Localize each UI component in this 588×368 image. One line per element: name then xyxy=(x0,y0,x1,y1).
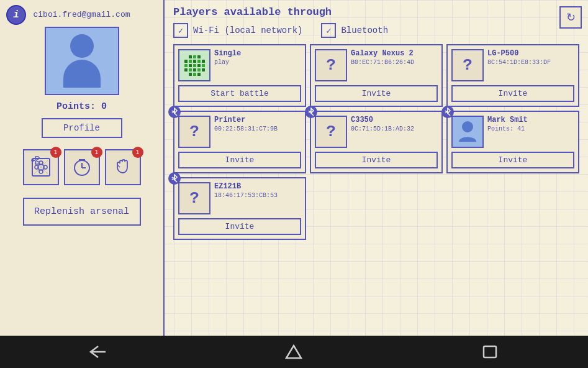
left-panel: i ciboi.fred@gmail.com Points: 0 Profile… xyxy=(0,0,165,336)
replenish-button[interactable]: Replenish arsenal xyxy=(23,198,141,226)
bluetooth-badge xyxy=(441,106,454,118)
svg-rect-23 xyxy=(202,64,205,67)
wifi-checkbox[interactable]: ✓ xyxy=(173,23,188,38)
player-mac: 00:22:58:31:C7:9B xyxy=(214,126,278,132)
svg-rect-28 xyxy=(202,68,205,71)
back-button[interactable] xyxy=(79,339,117,364)
home-button[interactable] xyxy=(275,339,312,364)
avatar-body xyxy=(63,60,101,88)
bluetooth-badge xyxy=(305,106,317,118)
brain-thumb xyxy=(178,49,210,81)
timer-icon xyxy=(70,155,94,179)
player-mac: B0:EC:71:B6:26:4D xyxy=(351,59,414,66)
svg-rect-19 xyxy=(184,64,188,67)
bluetooth-badge xyxy=(168,172,181,185)
profile-button[interactable]: Profile xyxy=(42,118,122,138)
svg-rect-26 xyxy=(193,68,196,71)
hand-icon xyxy=(111,155,135,179)
invite-button[interactable]: Invite xyxy=(178,218,301,235)
avatar-head xyxy=(70,34,94,58)
svg-rect-13 xyxy=(197,55,201,58)
question-thumb: ? xyxy=(178,116,210,148)
svg-rect-30 xyxy=(193,73,196,76)
svg-rect-18 xyxy=(202,60,205,63)
puzzle-icon xyxy=(29,155,53,179)
bluetooth-badge xyxy=(168,106,181,118)
player-card: ?LG-P5008C:54:1D:E8:33:DFInvite xyxy=(446,44,579,107)
player-name: LG-P500 xyxy=(487,49,551,58)
bluetooth-label: Bluetooth xyxy=(341,25,388,35)
svg-rect-16 xyxy=(193,60,196,63)
icon-puzzle[interactable]: 1 xyxy=(23,149,59,185)
question-thumb: ? xyxy=(315,49,347,81)
badge-2: 1 xyxy=(91,147,102,158)
icon-hand[interactable]: 1 xyxy=(105,149,141,185)
points-label: Points: 0 xyxy=(57,101,107,112)
player-card: ?Printer00:22:58:31:C7:9BInvite xyxy=(173,111,306,173)
player-name: C3350 xyxy=(351,116,414,124)
invite-button[interactable]: Invite xyxy=(315,152,438,168)
right-panel: ↻ Players available through ✓ Wi-Fi (loc… xyxy=(165,0,588,336)
svg-rect-14 xyxy=(184,60,188,63)
svg-point-32 xyxy=(462,121,473,132)
invite-button[interactable]: Invite xyxy=(178,152,301,168)
svg-rect-21 xyxy=(193,64,196,67)
question-thumb: ? xyxy=(315,116,347,148)
player-mac: 8C:54:1D:E8:33:DF xyxy=(487,59,551,66)
svg-rect-35 xyxy=(484,346,496,357)
start-battle-button[interactable]: Start battle xyxy=(178,85,301,102)
svg-rect-20 xyxy=(189,64,192,67)
bottom-nav xyxy=(0,336,588,368)
svg-rect-25 xyxy=(189,68,192,71)
player-name: Galaxy Nexus 2 xyxy=(351,49,414,58)
player-name: Single xyxy=(214,49,241,58)
player-name: Mark Smit xyxy=(487,116,528,124)
player-card: ?Galaxy Nexus 2B0:EC:71:B6:26:4DInvite xyxy=(310,44,443,107)
player-subtitle: play xyxy=(214,59,241,66)
svg-rect-24 xyxy=(184,68,188,71)
svg-rect-27 xyxy=(197,68,201,71)
player-subtitle: Points: 41 xyxy=(487,126,528,132)
email-label: ciboi.fred@gmail.com xyxy=(33,10,130,19)
icon-timer[interactable]: 1 xyxy=(64,149,100,185)
info-icon[interactable]: i xyxy=(6,5,26,25)
home-icon xyxy=(285,344,302,359)
connection-row: ✓ Wi-Fi (local network) ✓ Bluetooth xyxy=(173,23,579,38)
avatar xyxy=(45,27,119,95)
player-name: Printer xyxy=(214,116,278,124)
recent-icon xyxy=(482,344,498,359)
icons-row: 1 1 xyxy=(23,149,141,185)
players-grid: SingleplayStart battle?Galaxy Nexus 2B0:… xyxy=(173,44,579,240)
player-mac: 0C:71:5D:1B:AD:32 xyxy=(351,126,414,132)
player-name: EZ121B xyxy=(214,182,278,191)
bluetooth-checkbox[interactable]: ✓ xyxy=(321,23,336,38)
player-card: ?C33500C:71:5D:1B:AD:32Invite xyxy=(310,111,443,173)
badge-3: 1 xyxy=(132,147,143,158)
wifi-label: Wi-Fi (local network) xyxy=(193,25,302,35)
svg-rect-17 xyxy=(197,60,201,63)
back-icon xyxy=(88,345,108,359)
wifi-connection: ✓ Wi-Fi (local network) xyxy=(173,23,302,38)
player-card: ?EZ121B18:46:17:53:CB:53Invite xyxy=(173,177,306,240)
svg-rect-22 xyxy=(197,64,201,67)
badge-1: 1 xyxy=(50,147,61,158)
svg-rect-12 xyxy=(193,55,196,58)
svg-rect-11 xyxy=(189,55,192,58)
svg-rect-29 xyxy=(189,73,192,76)
svg-rect-15 xyxy=(189,60,192,63)
player-card: SingleplayStart battle xyxy=(173,44,306,107)
recent-button[interactable] xyxy=(471,339,509,364)
svg-rect-31 xyxy=(197,73,201,76)
question-thumb: ? xyxy=(178,182,210,214)
question-thumb: ? xyxy=(451,49,484,81)
player-mac: 18:46:17:53:CB:53 xyxy=(214,192,278,199)
person-thumb xyxy=(451,116,484,148)
invite-button[interactable]: Invite xyxy=(451,152,574,168)
invite-button[interactable]: Invite xyxy=(451,85,574,102)
players-title: Players available through xyxy=(173,6,579,18)
bluetooth-connection: ✓ Bluetooth xyxy=(321,23,388,38)
invite-button[interactable]: Invite xyxy=(315,85,438,102)
svg-marker-34 xyxy=(286,346,301,358)
player-card: Mark SmitPoints: 41Invite xyxy=(446,111,579,173)
refresh-button[interactable]: ↻ xyxy=(559,6,582,29)
